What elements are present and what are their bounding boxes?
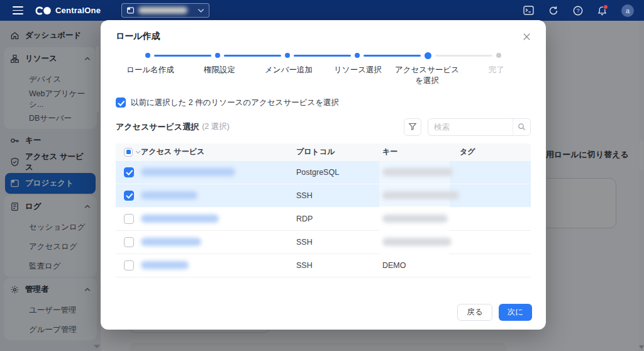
blurred-key bbox=[382, 191, 459, 199]
close-icon[interactable] bbox=[521, 31, 532, 42]
step-line bbox=[435, 55, 492, 57]
step-label-3: メンバー追加 bbox=[254, 65, 323, 86]
funnel-icon bbox=[408, 123, 417, 131]
step-label-6: 完了 bbox=[462, 65, 531, 86]
blurred-key bbox=[382, 168, 453, 176]
row-checkbox[interactable] bbox=[124, 167, 134, 177]
step-label-5: アクセスサービスを選択 bbox=[392, 65, 462, 86]
step-dot-3 bbox=[285, 53, 290, 58]
access-service-table: アクセス サービス プロトコル キー タグ PostgreSQL SSH RDP bbox=[116, 143, 531, 277]
row-checkbox[interactable] bbox=[124, 214, 134, 224]
step-label-1: ロール名作成 bbox=[116, 65, 185, 86]
modal-title: ロール作成 bbox=[116, 31, 160, 42]
column-header-key: キー bbox=[382, 147, 460, 157]
blurred-service-name bbox=[141, 168, 235, 176]
table-header: アクセス サービス プロトコル キー タグ bbox=[116, 143, 531, 161]
hamburger-menu-icon[interactable] bbox=[13, 6, 23, 14]
filter-button[interactable] bbox=[404, 118, 421, 136]
terminal-icon[interactable] bbox=[523, 6, 534, 15]
blurred-workspace-name bbox=[138, 7, 187, 14]
table-row[interactable]: RDP bbox=[116, 208, 531, 231]
back-button[interactable]: 戻る bbox=[457, 304, 492, 321]
selection-count: (2 選択) bbox=[202, 121, 230, 132]
step-dot-4 bbox=[355, 53, 360, 58]
centralone-logo-icon bbox=[35, 6, 52, 16]
previous-selection-label: 以前に選択した 2 件のリソースのアクセスサービスを選択 bbox=[131, 98, 339, 108]
topbar-actions: ? a bbox=[523, 0, 634, 21]
blurred-key bbox=[382, 214, 448, 223]
row-checkbox[interactable] bbox=[124, 260, 134, 270]
search-input[interactable] bbox=[428, 119, 513, 135]
chevron-down-icon bbox=[197, 8, 204, 13]
bell-icon[interactable] bbox=[597, 6, 607, 16]
key-cell: DEMO bbox=[382, 261, 460, 270]
protocol-cell: SSH bbox=[296, 261, 382, 270]
chevron-down-icon[interactable] bbox=[135, 150, 141, 154]
table-row[interactable]: PostgreSQL bbox=[116, 161, 531, 184]
column-header-access-service: アクセス サービス bbox=[141, 147, 296, 157]
protocol-cell: PostgreSQL bbox=[296, 168, 382, 177]
step-dot-1 bbox=[145, 53, 150, 58]
blurred-service-name bbox=[141, 191, 197, 199]
table-row[interactable]: SSH bbox=[116, 231, 531, 254]
column-header-protocol: プロトコル bbox=[296, 147, 382, 157]
blurred-key bbox=[382, 238, 452, 246]
row-checkbox[interactable] bbox=[124, 191, 134, 201]
selection-label: アクセスサービス選択 bbox=[116, 121, 199, 133]
column-header-tag: タグ bbox=[460, 147, 531, 157]
table-row[interactable]: SSH DEMO bbox=[116, 254, 531, 277]
step-dot-6 bbox=[496, 53, 501, 58]
svg-text:?: ? bbox=[577, 8, 580, 14]
step-dot-2 bbox=[215, 53, 220, 58]
protocol-cell: SSH bbox=[296, 191, 382, 200]
sync-icon[interactable] bbox=[548, 6, 558, 16]
step-line bbox=[154, 55, 211, 57]
project-icon bbox=[126, 6, 135, 14]
notification-badge bbox=[603, 4, 608, 9]
protocol-cell: SSH bbox=[296, 238, 382, 247]
next-button[interactable]: 次に bbox=[499, 304, 532, 321]
protocol-cell: RDP bbox=[296, 214, 382, 223]
step-line bbox=[224, 55, 281, 57]
avatar[interactable]: a bbox=[621, 4, 634, 17]
role-create-modal: ロール作成 ロール名作成 権限設定 メンバー追加 リソース選択 アクセスサービス… bbox=[101, 20, 546, 330]
stepper: ロール名作成 権限設定 メンバー追加 リソース選択 アクセスサービスを選択 完了 bbox=[116, 52, 531, 86]
step-label-2: 権限設定 bbox=[185, 65, 254, 86]
step-line bbox=[364, 55, 421, 57]
brand-name: CentralOne bbox=[55, 6, 101, 15]
topbar: CentralOne ? a bbox=[0, 0, 644, 21]
step-line bbox=[294, 55, 351, 57]
blurred-service-name bbox=[141, 238, 201, 246]
row-checkbox[interactable] bbox=[124, 237, 134, 247]
workspace-selector[interactable] bbox=[121, 3, 209, 18]
search-box bbox=[428, 118, 531, 136]
previous-selection-checkbox[interactable] bbox=[116, 98, 126, 108]
help-icon[interactable]: ? bbox=[573, 6, 583, 16]
step-dot-5 bbox=[425, 52, 431, 59]
select-all-checkbox[interactable] bbox=[124, 148, 133, 157]
search-icon[interactable] bbox=[513, 119, 530, 135]
blurred-service-name bbox=[141, 261, 189, 269]
table-row[interactable]: SSH bbox=[116, 184, 531, 208]
step-label-4: リソース選択 bbox=[323, 65, 392, 86]
blurred-service-name bbox=[141, 214, 219, 223]
brand-logo: CentralOne bbox=[35, 0, 101, 21]
